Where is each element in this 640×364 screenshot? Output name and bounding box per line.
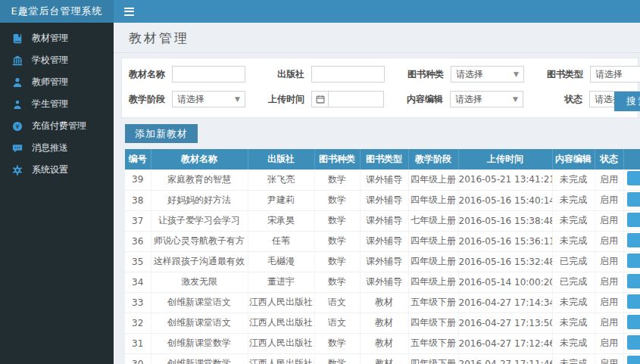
table-cell: 启用 [595,210,623,231]
column-header: 状态 [595,149,623,170]
table-action-cell [623,170,640,190]
filter-teaching-stage: 教学阶段 请选择 ▼ [126,91,245,107]
teaching-stage-select[interactable]: 请选择 ▼ [172,91,245,107]
page-title: 教材管理 [129,30,625,47]
table-cell: 课外辅导 [360,272,408,292]
table-cell: 38 [125,190,151,210]
row-action-button[interactable] [627,213,640,227]
table-cell: 31 [125,333,151,353]
column-header: 教学阶段 [408,149,458,170]
sidebar-item-label: 教师管理 [32,76,68,89]
row-action-button[interactable] [627,254,640,268]
table-cell: 教材 [360,292,408,313]
table-cell: 江西人民出版社 [248,353,314,364]
table-cell: 教材 [360,353,408,364]
sidebar-item-teacher-management[interactable]: 教师管理 [0,71,114,93]
table-cell: 未完成 [552,292,595,313]
table-cell: 已完成 [552,272,595,292]
sidebar-item-label: 学生管理 [32,98,68,110]
table-action-cell [623,333,640,353]
table-cell: 五年级下册 [408,292,458,313]
table-cell: 2016-04-27 17:14:34 [458,292,552,313]
search-button[interactable]: 搜索 [614,92,640,111]
table-cell: 30 [125,353,151,364]
filter-panel: 教材名称 出版社 图书种类 请选择 ▼ 图书类型 请选择 ▼ [121,58,638,118]
table-cell: 激发无限 [151,272,248,292]
sidebar-item-label: 消息推送 [32,142,68,154]
table-cell: 启用 [595,190,623,210]
table-cell: 33 [125,292,151,313]
table-row: 32创维新课堂语文江西人民出版社语文教材四年级下册2016-04-27 17:1… [125,313,640,333]
table-cell: 四年级上册 [408,170,458,190]
table-cell: 教材 [360,333,408,353]
book-type-select[interactable]: 请选择 ▼ [590,66,640,82]
publisher-label: 出版社 [266,68,311,81]
table-cell: 2016-04-27 17:12:46 [458,333,552,353]
table-cell: 课外辅导 [360,231,408,251]
row-action-button[interactable] [627,356,640,364]
table-cell: 2016-05-16 15:40:14 [458,190,552,210]
sidebar-item-student-management[interactable]: 学生管理 [0,93,114,115]
app-logo[interactable]: E趣堂后台管理系统 [0,0,114,23]
calendar-icon[interactable] [311,91,328,107]
table-cell: 数学 [314,190,360,210]
publisher-input[interactable] [311,66,385,82]
sidebar-item-message-push[interactable]: 消息推送 [0,137,114,159]
sidebar-item-system-settings[interactable]: 系统设置 [0,159,114,181]
filter-textbook-name: 教材名称 [126,66,245,82]
sidebar-toggle-button[interactable] [114,0,145,23]
table-row: 34激发无限董进宇数学课外辅导四年级上册2016-05-14 10:00:20已… [125,272,640,292]
row-action-button[interactable] [627,274,640,288]
table-cell: 四年级上册 [408,272,458,292]
chevron-down-icon: ▼ [513,95,518,103]
table-cell: 四年级上册 [408,251,458,272]
sidebar-item-school-management[interactable]: 学校管理 [0,49,114,71]
textbook-name-input[interactable] [172,66,245,82]
table-action-cell [623,251,640,272]
table-cell: 宋承昊 [248,210,314,231]
table-cell: 未完成 [552,333,595,353]
table-action-cell [623,190,640,210]
table-row: 39家庭教育的智慧张飞亮数学课外辅导四年级上册2016-05-21 13:41:… [125,170,640,190]
table-cell: 七年级上册 [408,210,458,231]
row-action-button[interactable] [627,335,640,350]
book-type-value: 请选择 [595,68,623,81]
table-cell: 启用 [595,251,623,272]
column-header: 出版社 [248,149,314,170]
status-label: 状态 [544,93,589,106]
sidebar-item-textbook-management[interactable]: 教材管理 [0,27,114,49]
message-icon [11,142,23,154]
table-cell: 2016-05-16 15:32:48 [458,251,552,272]
table-cell: 四年级下册 [408,353,458,364]
table-cell: 36 [125,231,151,251]
add-textbook-button[interactable]: 添加新教材 [125,124,198,143]
table-cell: 四年级上册 [408,231,458,251]
row-action-button[interactable] [627,233,640,247]
upload-time-input[interactable] [328,91,384,107]
table-action-cell [623,272,640,292]
row-action-button[interactable] [627,315,640,329]
navbar [114,0,640,23]
table-cell: 江西人民出版社 [248,313,314,333]
sidebar-item-payment-management[interactable]: ¥ 充值付费管理 [0,115,114,137]
row-action-button[interactable] [627,294,640,309]
teaching-stage-value: 请选择 [177,93,204,106]
sidebar-item-label: 系统设置 [32,163,68,176]
book-category-select[interactable]: 请选择 ▼ [451,66,524,82]
column-header: 教材名称 [151,149,248,170]
table-cell: 数学 [314,231,360,251]
filter-publisher: 出版社 [266,66,385,82]
sidebar-item-label: 教材管理 [32,32,68,45]
table-cell: 启用 [595,272,623,292]
column-header: 内容编辑 [552,149,595,170]
table-cell: 2016-04-27 17:11:46 [458,353,552,364]
content-editor-value: 请选择 [455,93,482,106]
filter-upload-time: 上传时间 [266,91,384,107]
table-cell: 董进宇 [248,272,314,292]
upload-time-datepicker [311,91,384,107]
book-category-value: 请选择 [456,68,483,81]
sidebar-item-label: 充值付费管理 [32,120,86,132]
content-editor-select[interactable]: 请选择 ▼ [450,91,523,107]
row-action-button[interactable] [627,171,640,185]
row-action-button[interactable] [627,192,640,207]
